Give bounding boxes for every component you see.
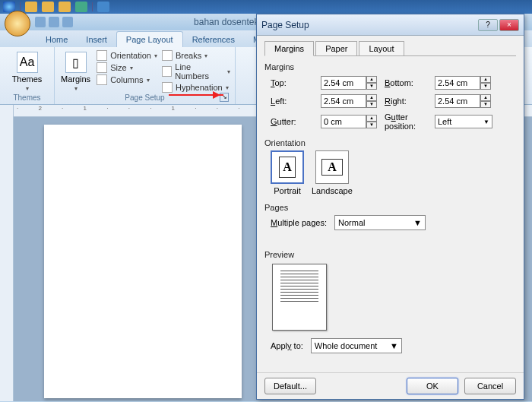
- chevron-down-icon: ▼: [390, 341, 398, 350]
- margins-icon: ▯: [65, 52, 87, 73]
- gutter-spinner[interactable]: ▲▼: [321, 115, 378, 128]
- tab-references[interactable]: References: [183, 32, 244, 47]
- annotation-arrow: [169, 94, 223, 96]
- themes-button[interactable]: Aa Themes ▾: [5, 50, 49, 93]
- tab-page-layout[interactable]: Page Layout: [116, 31, 183, 47]
- bottom-label: Bottom:: [385, 78, 429, 87]
- preview-icon: [272, 264, 327, 331]
- gutter-pos-select[interactable]: Left▼: [435, 115, 492, 128]
- gutter-pos-label: Gutter position:: [385, 112, 429, 131]
- chevron-down-icon: ▼: [413, 218, 422, 227]
- spin-down-icon[interactable]: ▼: [480, 101, 491, 108]
- right-label: Right:: [385, 97, 429, 106]
- orientation-portrait[interactable]: A Portrait: [271, 150, 304, 195]
- page-setup-dialog: Page Setup ? × Margins Paper Layout Marg…: [256, 14, 524, 400]
- default-button[interactable]: Default...: [264, 378, 316, 394]
- document-page[interactable]: [44, 125, 242, 398]
- themes-label: Themes: [12, 74, 43, 84]
- apply-row: Apply to: Whole document▼: [271, 338, 516, 353]
- line-numbers-icon: [162, 66, 172, 77]
- top-label: Top:: [271, 78, 315, 87]
- help-button[interactable]: ?: [478, 19, 498, 31]
- spin-up-icon[interactable]: ▲: [366, 115, 377, 122]
- portrait-label: Portrait: [274, 186, 300, 195]
- top-spinner[interactable]: ▲▼: [321, 76, 378, 90]
- tab-insert[interactable]: Insert: [77, 32, 116, 47]
- portrait-icon: A: [271, 150, 304, 184]
- apply-to-label: Apply to:: [271, 341, 303, 350]
- columns-icon: [97, 74, 107, 85]
- breaks-icon: [162, 50, 173, 61]
- apply-to-select[interactable]: Whole document▼: [311, 338, 402, 353]
- group-label-themes: Themes: [5, 93, 49, 102]
- multiple-pages-label: Multiple pages:: [271, 218, 327, 227]
- taskbar-app-icon[interactable]: [97, 2, 109, 12]
- gutter-input[interactable]: [321, 115, 366, 128]
- gutter-label: Gutter:: [271, 117, 315, 126]
- quick-access-toolbar: [35, 17, 73, 27]
- spin-down-icon[interactable]: ▼: [366, 101, 377, 108]
- orientation-landscape[interactable]: A Landscape: [312, 150, 353, 195]
- dialog-tabs: Margins Paper Layout: [264, 40, 516, 56]
- apply-to-value: Whole document: [315, 341, 378, 350]
- spin-up-icon[interactable]: ▲: [366, 76, 377, 83]
- chevron-down-icon: ▼: [483, 119, 489, 125]
- qat-save-icon[interactable]: [35, 17, 46, 27]
- dialog-title: Page Setup: [261, 20, 309, 30]
- landscape-label: Landscape: [312, 186, 353, 195]
- left-input[interactable]: [321, 94, 366, 108]
- spin-down-icon[interactable]: ▼: [366, 122, 377, 128]
- multiple-pages-value: Normal: [338, 218, 365, 227]
- dialog-footer: Default... OK Cancel: [257, 372, 524, 399]
- top-input[interactable]: [321, 76, 366, 90]
- bottom-spinner[interactable]: ▲▼: [435, 76, 492, 90]
- os-taskbar: [0, 0, 532, 14]
- margins-label: Margins: [61, 74, 90, 84]
- line-numbers-button[interactable]: Line Numbers▾: [162, 62, 230, 81]
- taskbar-folder-icon[interactable]: [25, 2, 37, 12]
- margins-grid: Top: ▲▼ Bottom: ▲▼ Left: ▲▼ Right: ▲▼ Gu…: [271, 76, 516, 131]
- left-spinner[interactable]: ▲▼: [321, 94, 378, 108]
- margins-section-label: Margins: [264, 62, 516, 71]
- ok-button[interactable]: OK: [407, 378, 458, 394]
- tab-paper[interactable]: Paper: [315, 41, 357, 56]
- taskbar-folder-icon[interactable]: [59, 2, 71, 12]
- spin-up-icon[interactable]: ▲: [366, 94, 377, 101]
- spin-up-icon[interactable]: ▲: [480, 94, 491, 101]
- qat-undo-icon[interactable]: [49, 17, 59, 27]
- group-themes: Aa Themes ▾ Themes: [0, 47, 55, 104]
- vertical-ruler[interactable]: [0, 105, 14, 401]
- themes-icon: Aa: [17, 52, 38, 73]
- size-button[interactable]: Size▾: [97, 62, 157, 73]
- taskbar-app-icon[interactable]: [75, 2, 87, 12]
- office-button-icon[interactable]: [5, 11, 30, 36]
- cancel-button[interactable]: Cancel: [464, 378, 516, 394]
- size-icon: [97, 62, 107, 73]
- spin-up-icon[interactable]: ▲: [480, 76, 491, 83]
- orientation-button[interactable]: Orientation▾: [97, 50, 157, 61]
- orientation-row: A Portrait A Landscape: [271, 150, 516, 195]
- qat-redo-icon[interactable]: [62, 17, 73, 27]
- orientation-icon: [97, 50, 107, 61]
- tab-home[interactable]: Home: [36, 32, 77, 47]
- margins-button[interactable]: ▯ Margins ▾: [59, 50, 92, 93]
- columns-button[interactable]: Columns▾: [97, 74, 157, 85]
- tab-margins[interactable]: Margins: [264, 41, 314, 56]
- spin-down-icon[interactable]: ▼: [480, 83, 491, 90]
- breaks-button[interactable]: Breaks▾: [162, 50, 230, 61]
- pages-section-label: Pages: [264, 203, 516, 212]
- spin-down-icon[interactable]: ▼: [366, 83, 377, 90]
- orientation-section-label: Orientation: [264, 138, 516, 147]
- bottom-input[interactable]: [435, 76, 480, 90]
- right-spinner[interactable]: ▲▼: [435, 94, 492, 108]
- tab-layout[interactable]: Layout: [359, 41, 404, 56]
- close-button[interactable]: ×: [499, 19, 519, 31]
- right-input[interactable]: [435, 94, 480, 108]
- pages-row: Multiple pages: Normal▼: [271, 215, 516, 230]
- taskbar-folder-icon[interactable]: [42, 2, 54, 12]
- gutter-pos-value: Left: [438, 117, 451, 126]
- preview-section-label: Preview: [264, 250, 516, 259]
- multiple-pages-select[interactable]: Normal▼: [334, 215, 426, 230]
- dialog-titlebar[interactable]: Page Setup ? ×: [257, 14, 524, 36]
- dialog-body: Margins Paper Layout Margins Top: ▲▼ Bot…: [257, 36, 524, 372]
